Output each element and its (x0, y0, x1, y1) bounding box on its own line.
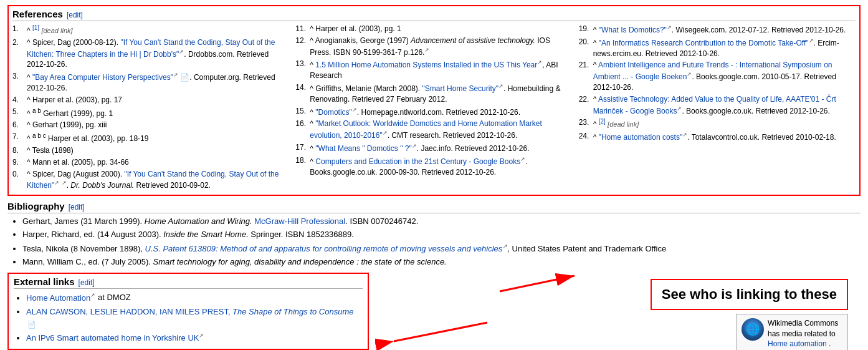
ext-link-1: Home Automation at DMOZ (26, 291, 363, 304)
external-links-list: Home Automation at DMOZ ALAN CAWSON, LES… (14, 291, 363, 344)
ref-2-link[interactable]: "If You Can't Stand the Coding, Stay Out… (27, 38, 275, 59)
ref-6: 6. ^ Gerhart (1999), pg. xiii (12, 120, 289, 130)
ipv6-home-link[interactable]: An IPv6 Smart automated home in Yorkshir… (26, 333, 204, 343)
ref-24: 24. ^ "Home automation costs". Totalavco… (579, 131, 856, 143)
ref-17-link[interactable]: "What Means " Domotics " ?" (315, 144, 416, 153)
bib-item-2: Harper, Richard, ed. (14 August 2003). I… (22, 229, 861, 240)
ref-23-num-link[interactable]: [2] (599, 118, 606, 125)
ref-13-link[interactable]: 1.5 Million Home Automation Systems Inst… (315, 61, 542, 69)
ref-18-link[interactable]: Computers and Education in the 21st Cent… (315, 157, 525, 166)
bib-1-publisher-link[interactable]: McGraw-Hill Professional (254, 216, 345, 226)
references-heading: References [edit] (12, 9, 856, 21)
ref-12: 12. ^ Anogianakis, George (1997) Advance… (295, 36, 572, 58)
ref-15: 15. ^ "Domotics". Homepage.ntlworld.com.… (295, 106, 572, 118)
ref-2: 2. ^ Spicer, Dag (2000-08-12). "If You C… (12, 37, 289, 70)
wikimedia-link[interactable]: Home automation (768, 339, 829, 348)
svg-line-2 (500, 276, 575, 291)
ref-16-link[interactable]: "Market Outlook: Worldwide Domotics and … (310, 119, 541, 140)
external-links-edit-link[interactable]: [edit] (79, 278, 95, 287)
refs-col-2: 11. ^ Harper et al. (2003), pg. 1 12. ^ … (295, 24, 572, 192)
refs-col-3: 19. ^ "What Is Domotics?". Wisegeek.com.… (579, 24, 856, 192)
ref-19: 19. ^ "What Is Domotics?". Wisegeek.com.… (579, 24, 856, 36)
ext-link-2: ALAN CAWSON, LESLIE HADDON, IAN MILES PR… (26, 306, 363, 330)
external-links-section: External links [edit] Home Automation at… (7, 273, 369, 350)
ref-1: 1. ^ [1] [dead link] (12, 24, 289, 36)
external-links-heading: External links [edit] (14, 276, 363, 289)
bib-item-3: Tesla, Nikola (8 November 1898), U.S. Pa… (22, 243, 861, 255)
bib-3-patent-link[interactable]: U.S. Patent 613809: Method of and appara… (145, 244, 508, 253)
ref-21-link[interactable]: Ambient Intelligence and Future Trends -… (593, 61, 832, 81)
wikimedia-text: Wikimedia Commons has media related to H… (768, 318, 842, 349)
ref-8: 8. ^ Tesla (1898) (12, 145, 289, 156)
bibliography-edit-link[interactable]: [edit] (69, 203, 85, 211)
references-grid: 1. ^ [1] [dead link] 2. ^ Spicer, Dag (2… (12, 24, 856, 192)
wikimedia-box: 🌐 Wikimedia Commons has media related to… (736, 314, 848, 350)
references-title: References (12, 9, 63, 19)
ref-3: 3. ^ "Bay Area Computer History Perspect… (12, 71, 289, 94)
ref-14: 14. ^ Griffiths, Melanie (March 2008). "… (295, 82, 572, 105)
ref-15-link[interactable]: "Domotics" (315, 108, 357, 117)
ref-14-link[interactable]: "Smart Home Security" (422, 84, 503, 93)
ext-link-3: An IPv6 Smart automated home in Yorkshir… (26, 332, 363, 344)
ref-11: 11. ^ Harper et al. (2003), pg. 1 (295, 24, 572, 34)
ref-13: 13. ^ 1.5 Million Home Automation System… (295, 59, 572, 81)
references-section: References [edit] 1. ^ [1] [dead link] 2… (7, 5, 861, 196)
ref-20-link[interactable]: "An Informatics Research Contribution to… (599, 39, 814, 47)
wikimedia-icon: 🌐 (742, 318, 764, 341)
ref-17: 17. ^ "What Means " Domotics " ?". Jaec.… (295, 142, 572, 154)
bibliography-section: Bibliography [edit] Gerhart, James (31 M… (7, 201, 861, 268)
ref-16: 16. ^ "Market Outlook: Worldwide Domotic… (295, 119, 572, 141)
ref-1-link[interactable]: [1] (32, 24, 39, 31)
bib-item-1: Gerhart, James (31 March 1999). Home Aut… (22, 216, 861, 227)
annotation-area: See who is linking to these (375, 273, 861, 350)
external-links-title: External links (14, 276, 75, 287)
ref-24-link[interactable]: "Home automation costs" (599, 133, 688, 142)
ref-3-link[interactable]: "Bay Area Computer History Perspectives" (32, 73, 178, 82)
ref-5: 5. ^ a b Gerhart (1999), pg. 1 (12, 107, 289, 119)
ref-22: 22. ^ Assistive Technology: Added Value … (579, 94, 856, 117)
ref-20: 20. ^ "An Informatics Research Contribut… (579, 37, 856, 59)
ref-19-link[interactable]: "What Is Domotics?" (599, 26, 672, 34)
ref-7: 7. ^ a b c Harper et al. (2003), pp. 18-… (12, 132, 289, 144)
bib-item-4: Mann, William C., ed. (7 July 2005). Sma… (22, 256, 861, 268)
ref-10: 0. ^ Spicer, Dag (August 2000). "If You … (12, 169, 289, 192)
bibliography-heading: Bibliography [edit] (7, 201, 861, 213)
ref-4: 4. ^ Harper et al. (2003), pg. 17 (12, 95, 289, 105)
ref-21: 21. ^ Ambient Intelligence and Future Tr… (579, 60, 856, 92)
ref-18: 18. ^ Computers and Education in the 21s… (295, 155, 572, 178)
ref-22-link[interactable]: Assistive Technology: Added Value to the… (593, 95, 836, 115)
bibliography-title: Bibliography (7, 201, 65, 211)
references-edit-link[interactable]: [edit] (67, 11, 83, 19)
ref-9: 9. ^ Mann et al. (2005), pp. 34-66 (12, 157, 289, 168)
home-automation-dmoz-link[interactable]: Home Automation (26, 293, 95, 303)
svg-line-3 (394, 323, 487, 341)
shape-of-things-link[interactable]: ALAN CAWSON, LESLIE HADDON, IAN MILES PR… (26, 307, 354, 316)
bibliography-list: Gerhart, James (31 March 1999). Home Aut… (7, 216, 861, 268)
refs-col-1: 1. ^ [1] [dead link] 2. ^ Spicer, Dag (2… (12, 24, 289, 192)
external-links-outer: External links [edit] Home Automation at… (7, 273, 861, 350)
ref-23: 23. ^ [2] [dead link] (579, 117, 856, 130)
